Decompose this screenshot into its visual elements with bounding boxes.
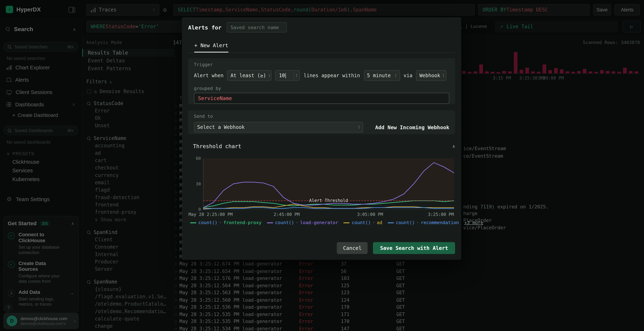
save-search-with-alert-button[interactable]: Save Search with Alert	[373, 242, 455, 254]
alert-tabs: + New Alert	[188, 42, 455, 53]
collapse-chart-icon[interactable]: ∧	[452, 144, 455, 149]
series-color-dash	[388, 222, 394, 223]
alert-modal: Alerts for + New Alert Trigger Alert whe…	[182, 17, 461, 260]
within-label: lines appear within	[304, 72, 360, 78]
send-to-card: Send to Select a Webhook ▴▾ Add New Inco…	[188, 110, 455, 134]
via-label: via	[404, 72, 412, 78]
series-color-dash	[344, 222, 350, 223]
axis-tick-label: 3:25:00 PM	[428, 212, 454, 217]
svg-text:Alert Threshold: Alert Threshold	[309, 198, 348, 203]
legend-item[interactable]: count()·ad	[344, 220, 382, 225]
chart-x-axis-labels: May 28 2:25:00 PM2:45:00 PM3:05:00 PM3:2…	[182, 212, 461, 218]
chart-legend: count()·frontend-proxycount()·load-gener…	[190, 220, 483, 225]
legend-more-button[interactable]: +3 more	[464, 220, 483, 225]
legend-item[interactable]: count()·frontend-proxy	[190, 220, 262, 225]
svg-text:0: 0	[198, 207, 201, 211]
trigger-label: Trigger	[194, 62, 449, 67]
axis-tick-label: 3:05:00 PM	[357, 212, 383, 217]
saved-search-name-input[interactable]	[227, 22, 287, 32]
chevron-updown-icon: ▴▾	[268, 73, 270, 78]
stage: ⚡ HyperDX Traces ▴▾ ⚙ SELECT Timestamp,S…	[0, 0, 644, 331]
time-window-select[interactable]: 5 minute ▴▾	[364, 70, 400, 81]
svg-text:30: 30	[196, 182, 201, 186]
threshold-chart[interactable]: 03060Alert Threshold	[188, 156, 455, 211]
group-by-input[interactable]: ServiceName	[194, 93, 449, 104]
trigger-card: Trigger Alert when At least (≥) ▴▾ 10 ▴▾…	[188, 58, 455, 104]
hyperdx-app: ⚡ HyperDX Traces ▴▾ ⚙ SELECT Timestamp,S…	[0, 0, 644, 331]
modal-title: Alerts for	[188, 24, 222, 30]
legend-item[interactable]: count()·recommendation	[388, 220, 459, 225]
add-webhook-button[interactable]: Add New Incoming Webhook	[375, 124, 449, 130]
svg-text:60: 60	[196, 156, 201, 161]
legend-item[interactable]: count()·load-generator	[267, 220, 338, 225]
number-stepper[interactable]: ▴▾	[294, 72, 297, 79]
axis-tick-label: May 28 2:25:00 PM	[188, 212, 233, 217]
cancel-button[interactable]: Cancel	[337, 242, 368, 254]
chevron-updown-icon: ▴▾	[395, 73, 396, 78]
axis-tick-label: 2:45:00 PM	[274, 212, 300, 217]
send-to-label: Send to	[194, 114, 449, 119]
alert-when-label: Alert when	[194, 72, 224, 78]
tab-new-alert[interactable]: + New Alert	[194, 42, 228, 52]
chevron-updown-icon: ▴▾	[443, 73, 444, 78]
channel-select[interactable]: Webhook ▴▾	[416, 70, 446, 81]
webhook-select[interactable]: Select a Webhook ▴▾	[194, 122, 363, 133]
condition-select[interactable]: At least (≥) ▴▾	[227, 70, 272, 81]
threshold-value-input[interactable]: 10 ▴▾	[275, 70, 300, 81]
text-cursor	[285, 73, 286, 78]
grouped-by-label: grouped by	[194, 86, 449, 91]
series-color-dash	[267, 222, 273, 223]
chevron-updown-icon: ▴▾	[358, 125, 360, 129]
threshold-chart-header: Threshold chart ∧	[188, 143, 455, 149]
series-color-dash	[190, 222, 196, 223]
